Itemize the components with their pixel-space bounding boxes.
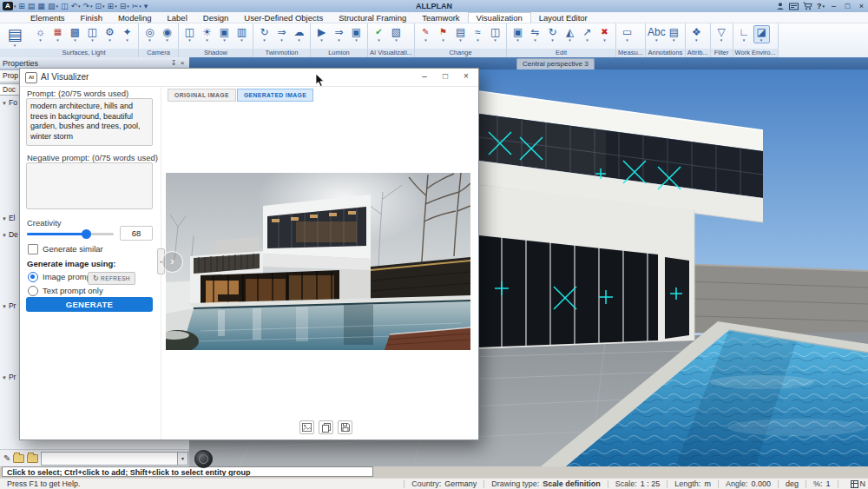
status-deg: deg [771, 479, 799, 488]
edit-document-icon[interactable]: ▤▾ [452, 25, 469, 43]
objects-palette-icon[interactable]: ▤▾ [3, 25, 27, 49]
dialog-minimize-button[interactable]: – [418, 71, 431, 81]
app-title: ALLPLAN [0, 2, 868, 10]
sun-study-icon[interactable]: ☀▾ [199, 25, 215, 43]
shadow-settings-icon[interactable]: ▣▾ [216, 25, 233, 43]
lumion-export-icon[interactable]: ⇒▾ [331, 25, 347, 43]
creativity-value[interactable]: 68 [120, 226, 153, 241]
ribbon-group-filter: ▽▾Filter [711, 23, 733, 57]
props-section-de[interactable]: ▼De [2, 230, 19, 239]
open-favorite-icon[interactable] [13, 454, 24, 463]
next-image-button[interactable]: › [161, 251, 183, 273]
pin-panel-icon[interactable]: ↧ [169, 59, 178, 67]
restore-button[interactable]: □ [843, 2, 852, 10]
match-parameters-icon[interactable]: ✎ [3, 453, 10, 463]
measure-icon[interactable]: ▭▾ [619, 25, 635, 43]
mirror-icon[interactable]: ◭▾ [562, 25, 578, 43]
project-light-icon[interactable]: ✦▾ [119, 25, 135, 43]
render-preview-icon[interactable]: ◫▾ [84, 25, 101, 43]
remove-surface-icon[interactable]: ▦▾ [49, 25, 66, 43]
creativity-slider[interactable] [27, 233, 114, 235]
tab-visualization[interactable]: Visualization [468, 12, 531, 23]
move-mirror-icon[interactable]: ⇋▾ [527, 25, 543, 43]
license-card-icon[interactable] [789, 3, 799, 10]
minimize-button[interactable]: – [829, 2, 838, 10]
door-swing-icon[interactable]: ◫▾ [487, 25, 503, 43]
rotate-icon[interactable]: ↻▾ [544, 25, 561, 43]
dialog-maximize-button[interactable]: □ [438, 71, 452, 81]
text-prompt-radio[interactable] [28, 286, 38, 296]
user-account-icon[interactable] [776, 2, 785, 10]
modify-icon[interactable]: ✎▾ [418, 25, 434, 43]
negative-prompt-textarea[interactable] [26, 162, 153, 209]
copy-elements-icon[interactable]: ▣▾ [510, 25, 526, 43]
label-block-icon[interactable]: ▤▾ [666, 25, 682, 43]
tab-layout-editor[interactable]: Layout Editor [531, 12, 595, 23]
slider-thumb[interactable] [82, 229, 91, 239]
text-abc-icon[interactable]: Abc▾ [648, 25, 665, 43]
ribbon-group-label: AI Visualizati... [368, 49, 414, 57]
generate-button[interactable]: GENERATE [26, 297, 153, 312]
tab-finish[interactable]: Finish [73, 12, 110, 23]
viewport-tab[interactable]: Central perspective 3 [516, 58, 595, 69]
image-prompt-radio[interactable] [28, 272, 38, 282]
twinmotion-cloud-icon[interactable]: ☁▾ [291, 25, 307, 43]
ai-check-icon[interactable]: ✔▾ [371, 25, 387, 43]
light-settings-icon[interactable]: ⚙▾ [102, 25, 118, 43]
save-image-button[interactable] [338, 420, 352, 434]
tab-design[interactable]: Design [195, 12, 237, 23]
props-section-pr[interactable]: ▼Pr [2, 373, 19, 381]
pin-icon[interactable]: ⚑▾ [435, 25, 451, 43]
ai-visualizer-dialog: AI AI Visualizer – □ × Prompt: (20/75 wo… [19, 68, 479, 440]
filter-icon[interactable]: ▽▾ [713, 25, 730, 43]
refresh-button[interactable]: ↻ REFRESH [88, 272, 135, 285]
tab-user-defined-objects[interactable]: User-Defined Objects [236, 12, 331, 23]
custom-surface-icon[interactable]: ☼▾ [32, 25, 49, 43]
axis-icon[interactable]: ∟▾ [736, 25, 753, 43]
tab-label[interactable]: Label [160, 12, 195, 23]
shop-cart-icon[interactable] [803, 2, 812, 10]
camera-path-icon[interactable]: ◎▾ [141, 25, 158, 43]
twinmotion-sync-icon[interactable]: ↻▾ [256, 25, 273, 43]
copy-image-button[interactable] [319, 420, 333, 434]
ai-visualizer-icon: AI [25, 72, 37, 83]
lumion-play-icon[interactable]: ▶▾ [313, 25, 330, 43]
tab-modeling[interactable]: Modeling [110, 12, 160, 23]
hint-bar: Click to select; Ctrl+click to add; Shif… [0, 466, 868, 478]
spline-edit-icon[interactable]: ≈▾ [470, 25, 486, 43]
tab-generated-image[interactable]: GENERATED IMAGE [237, 89, 313, 102]
section-shadow-icon[interactable]: ▥▾ [233, 25, 250, 43]
lumion-livesync-icon[interactable]: ▣▾ [348, 25, 365, 43]
close-panel-icon[interactable]: × [178, 59, 187, 67]
resize-icon[interactable]: ↗▾ [579, 25, 595, 43]
twinmotion-export-icon[interactable]: ⇒▾ [273, 25, 290, 43]
tab-elements[interactable]: Elements [23, 12, 73, 23]
layer-indicator[interactable]: N [851, 479, 866, 488]
ai-visualizer-icon[interactable]: ▧▾ [388, 25, 404, 43]
generate-similar-checkbox[interactable] [28, 244, 38, 254]
attributes-icon[interactable]: ❖▾ [688, 25, 705, 43]
dialog-close-button[interactable]: × [459, 71, 473, 81]
screen-layout-icon[interactable]: ◪▾ [753, 25, 770, 43]
close-button[interactable]: × [857, 2, 866, 10]
props-section-fo[interactable]: ▼Fo [2, 98, 19, 107]
set-camera-icon[interactable]: ◉▾ [159, 25, 175, 43]
ribbon-group-label: Attrib... [686, 49, 710, 57]
wizard-combo-input[interactable] [42, 453, 177, 464]
props-section-el[interactable]: ▼El [2, 214, 19, 222]
delete-icon[interactable]: ✖▾ [596, 25, 613, 43]
props-section-pr[interactable]: ▼Pr [2, 301, 19, 310]
prompt-textarea[interactable]: modern architecture, hills and trees in … [26, 98, 153, 146]
shadow-copy-icon[interactable]: ◫▾ [181, 25, 198, 43]
navigation-sphere[interactable] [194, 450, 213, 468]
ribbon-group-shadow: ◫▾☀▾▣▾▥▾Shadow [179, 23, 253, 57]
save-favorite-icon[interactable] [27, 454, 38, 463]
tab-teamwork[interactable]: Teamwork [414, 12, 467, 23]
help-icon[interactable]: ?▾ [817, 2, 825, 10]
enlarge-image-button[interactable] [299, 420, 314, 434]
combo-dropdown-icon[interactable]: ▾ [177, 453, 187, 465]
wizard-combo[interactable]: ▾ [41, 452, 188, 466]
tab-structural-framing[interactable]: Structural Framing [331, 12, 414, 23]
replace-surface-icon[interactable]: ▩▾ [67, 25, 83, 43]
tab-original-image[interactable]: ORIGINAL IMAGE [168, 89, 236, 102]
